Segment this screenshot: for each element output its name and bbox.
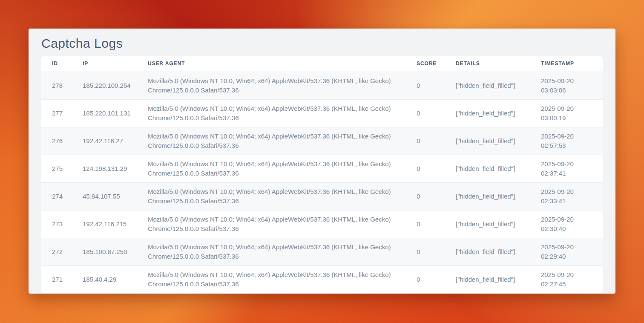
captcha-logs-table: ID IP USER AGENT SCORE DETAILS TIMESTAMP… <box>41 56 603 293</box>
column-header-timestamp: TIMESTAMP <box>530 56 603 72</box>
cell-ip: 45.84.107.55 <box>72 182 137 210</box>
cell-user-agent: Mozilla/5.0 (Windows NT 10.0; Win64; x64… <box>137 155 406 182</box>
cell-score: 0 <box>406 99 445 127</box>
cell-user-agent: Mozilla/5.0 (Windows NT 10.0; Win64; x64… <box>137 210 406 238</box>
cell-details: ["hidden_field_filled"] <box>445 182 530 210</box>
cell-id: 273 <box>41 210 72 238</box>
desktop-background: { "page": { "title": "Captcha Logs" }, "… <box>0 0 644 323</box>
captcha-logs-panel: Captcha Logs ID IP USER AGENT SCORE DETA… <box>29 29 615 294</box>
cell-id: 271 <box>41 265 72 293</box>
cell-details: ["hidden_field_filled"] <box>445 127 530 155</box>
cell-details: ["hidden_field_filled"] <box>445 265 530 293</box>
cell-details: ["hidden_field_filled"] <box>445 99 530 127</box>
cell-id: 276 <box>41 127 72 155</box>
cell-ip: 124.198.131.29 <box>72 155 137 182</box>
cell-user-agent: Mozilla/5.0 (Windows NT 10.0; Win64; x64… <box>137 238 406 265</box>
cell-timestamp: 2025-09-2002:29:40 <box>530 238 603 265</box>
cell-ip: 192.42.116.27 <box>72 127 137 155</box>
cell-id: 277 <box>41 99 72 127</box>
cell-id: 275 <box>41 155 72 182</box>
cell-timestamp: 2025-09-2003:00:19 <box>530 99 603 127</box>
table-row: 271 185.40.4.29 Mozilla/5.0 (Windows NT … <box>41 265 603 293</box>
cell-details: ["hidden_field_filled"] <box>445 155 530 182</box>
column-header-ip: IP <box>72 56 137 72</box>
cell-score: 0 <box>406 155 445 182</box>
column-header-details: DETAILS <box>445 56 530 72</box>
table-row: 272 185.100.87.250 Mozilla/5.0 (Windows … <box>41 238 603 265</box>
column-header-user-agent: USER AGENT <box>137 56 406 72</box>
table-row: 276 192.42.116.27 Mozilla/5.0 (Windows N… <box>41 127 603 155</box>
cell-user-agent: Mozilla/5.0 (Windows NT 10.0; Win64; x64… <box>137 265 406 293</box>
cell-score: 0 <box>406 182 445 210</box>
cell-ip: 185.100.87.250 <box>72 238 137 265</box>
cell-ip: 185.220.101.131 <box>72 99 137 127</box>
cell-score: 0 <box>406 127 445 155</box>
cell-user-agent: Mozilla/5.0 (Windows NT 10.0; Win64; x64… <box>137 127 406 155</box>
table-row: 278 185.220.100.254 Mozilla/5.0 (Windows… <box>41 72 603 99</box>
cell-details: ["hidden_field_filled"] <box>445 72 530 99</box>
cell-score: 0 <box>406 238 445 265</box>
cell-user-agent: Mozilla/5.0 (Windows NT 10.0; Win64; x64… <box>137 72 406 99</box>
column-header-id: ID <box>41 56 72 72</box>
cell-id: 278 <box>41 72 72 99</box>
cell-timestamp: 2025-09-2002:57:53 <box>530 127 603 155</box>
table-body: 278 185.220.100.254 Mozilla/5.0 (Windows… <box>41 72 603 293</box>
cell-timestamp: 2025-09-2002:37:41 <box>530 155 603 182</box>
panel-header: Captcha Logs <box>29 29 615 56</box>
cell-score: 0 <box>406 210 445 238</box>
cell-timestamp: 2025-09-2002:27:45 <box>530 265 603 293</box>
cell-id: 272 <box>41 238 72 265</box>
cell-timestamp: 2025-09-2003:03:06 <box>530 72 603 99</box>
table-header: ID IP USER AGENT SCORE DETAILS TIMESTAMP <box>41 56 603 72</box>
cell-id: 274 <box>41 182 72 210</box>
cell-ip: 192.42.116.215 <box>72 210 137 238</box>
page-title: Captcha Logs <box>41 36 123 51</box>
column-header-score: SCORE <box>406 56 445 72</box>
cell-score: 0 <box>406 265 445 293</box>
table-header-row: ID IP USER AGENT SCORE DETAILS TIMESTAMP <box>41 56 603 72</box>
table-row: 273 192.42.116.215 Mozilla/5.0 (Windows … <box>41 210 603 238</box>
table-row: 277 185.220.101.131 Mozilla/5.0 (Windows… <box>41 99 603 127</box>
table-container: ID IP USER AGENT SCORE DETAILS TIMESTAMP… <box>41 56 603 293</box>
cell-details: ["hidden_field_filled"] <box>445 210 530 238</box>
cell-timestamp: 2025-09-2002:30:40 <box>530 210 603 238</box>
cell-score: 0 <box>406 72 445 99</box>
cell-timestamp: 2025-09-2002:33:41 <box>530 182 603 210</box>
cell-ip: 185.40.4.29 <box>72 265 137 293</box>
table-row: 275 124.198.131.29 Mozilla/5.0 (Windows … <box>41 155 603 182</box>
cell-user-agent: Mozilla/5.0 (Windows NT 10.0; Win64; x64… <box>137 182 406 210</box>
cell-ip: 185.220.100.254 <box>72 72 137 99</box>
cell-user-agent: Mozilla/5.0 (Windows NT 10.0; Win64; x64… <box>137 99 406 127</box>
table-row: 274 45.84.107.55 Mozilla/5.0 (Windows NT… <box>41 182 603 210</box>
cell-details: ["hidden_field_filled"] <box>445 238 530 265</box>
